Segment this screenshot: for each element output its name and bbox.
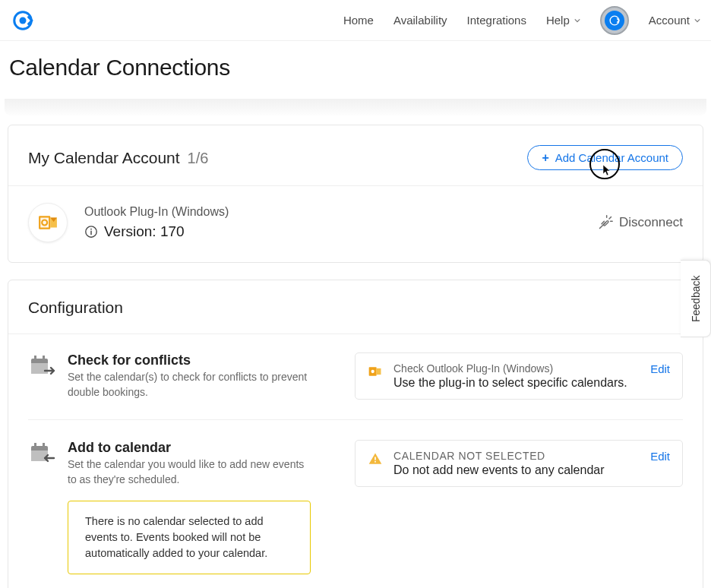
page-title: Calendar Connections (9, 55, 702, 81)
add-calendar-account-button[interactable]: + Add Calendar Account (527, 145, 683, 170)
nav-account[interactable]: Account (649, 14, 700, 27)
conflicts-panel: Check Outlook Plug-In (Windows) Use the … (355, 352, 683, 400)
brand-logo[interactable] (11, 8, 35, 33)
connection-version: Version: 170 (104, 223, 185, 240)
card-header: My Calendar Account 1/6 + Add Calendar A… (8, 125, 703, 185)
calendar-account-card: My Calendar Account 1/6 + Add Calendar A… (8, 125, 703, 263)
nav-help-label: Help (546, 14, 570, 27)
conflicts-panel-line1: Check Outlook Plug-In (Windows) (393, 362, 640, 375)
chevron-down-icon (694, 17, 700, 24)
config-header: Configuration (8, 280, 703, 334)
addto-title: Add to calendar (68, 440, 311, 456)
svg-rect-16 (377, 368, 381, 375)
nav-home[interactable]: Home (343, 14, 374, 27)
disconnect-button[interactable]: Disconnect (598, 215, 683, 230)
config-row-conflicts: Check for conflicts Set the calendar(s) … (28, 352, 683, 420)
config-row-addto: Add to calendar Set the calendar you wou… (28, 440, 683, 588)
svg-rect-12 (34, 356, 36, 360)
feedback-tab[interactable]: Feedback (681, 260, 711, 337)
conflicts-panel-line2: Use the plug-in to select specific calen… (393, 376, 640, 390)
svg-point-15 (371, 370, 374, 373)
svg-rect-21 (374, 457, 376, 460)
addto-panel-line1: CALENDAR NOT SELECTED (393, 450, 640, 462)
conflicts-edit-button[interactable]: Edit (650, 362, 670, 375)
page-title-wrap: Calendar Connections (0, 41, 711, 99)
svg-rect-13 (43, 356, 45, 360)
nav-account-label: Account (649, 14, 690, 27)
svg-rect-9 (90, 231, 91, 235)
nav-help[interactable]: Help (546, 14, 580, 27)
nav-availability[interactable]: Availability (393, 14, 447, 27)
svg-point-8 (90, 229, 92, 230)
avatar[interactable] (600, 6, 629, 35)
account-card-title: My Calendar Account (28, 149, 180, 167)
addto-edit-button[interactable]: Edit (650, 450, 670, 463)
plus-icon: + (542, 152, 548, 164)
addto-desc: Set the calendar you would like to add n… (68, 457, 311, 487)
calendar-add-icon (28, 440, 55, 467)
calendar-conflict-icon (28, 352, 55, 380)
account-card-body: Outlook Plug-In (Windows) Version: 170 D… (8, 185, 703, 262)
config-title: Configuration (28, 299, 683, 317)
nav-integrations[interactable]: Integrations (467, 14, 526, 27)
svg-rect-19 (34, 443, 36, 447)
conflicts-title: Check for conflicts (68, 352, 311, 368)
addto-warning-box: There is no calendar selected to add eve… (68, 501, 311, 574)
account-count: 1/6 (188, 150, 209, 167)
info-icon[interactable] (84, 225, 98, 239)
outlook-icon (28, 203, 68, 242)
decorative-shadow (5, 99, 706, 115)
svg-point-1 (20, 17, 27, 24)
svg-point-2 (610, 16, 619, 25)
disconnect-label: Disconnect (619, 215, 683, 230)
warning-icon (368, 451, 383, 466)
chevron-down-icon (574, 17, 580, 24)
add-button-label: Add Calendar Account (555, 151, 668, 164)
svg-rect-11 (31, 363, 48, 374)
outlook-small-icon (368, 364, 383, 379)
configuration-card: Configuration Check for conflicts Set th… (8, 280, 703, 588)
connection-name: Outlook Plug-In (Windows) (84, 205, 581, 219)
addto-panel-line2: Do not add new events to any calendar (393, 463, 640, 477)
svg-rect-22 (374, 461, 376, 463)
disconnect-icon (598, 215, 613, 230)
addto-panel: CALENDAR NOT SELECTED Do not add new eve… (355, 440, 683, 487)
conflicts-desc: Set the calendar(s) to check for conflic… (68, 370, 311, 400)
svg-rect-20 (43, 443, 45, 447)
top-nav: Home Availability Integrations Help Acco… (0, 0, 711, 41)
